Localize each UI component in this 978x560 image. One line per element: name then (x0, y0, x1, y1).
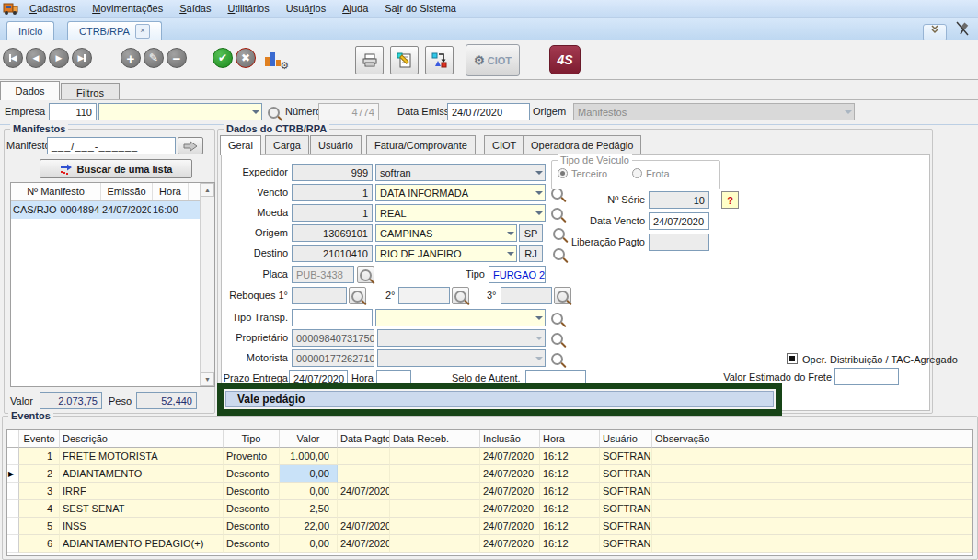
cell-data_receb[interactable] (390, 500, 480, 518)
cell-tipo[interactable]: Provento (224, 448, 280, 465)
unpin-tabs-button[interactable] (955, 21, 970, 39)
cell-usuario[interactable]: SOFTRAN (600, 483, 652, 500)
cell-data_pagto[interactable]: 24/07/2020 (338, 535, 390, 553)
cell-descricao[interactable]: IRRF (60, 483, 224, 500)
cell-inclusao[interactable]: 24/07/2020 (480, 535, 540, 553)
cell-evento[interactable]: 6 (19, 535, 60, 553)
delete-record-button[interactable]: − (167, 48, 187, 68)
cell-evento[interactable]: 4 (19, 500, 60, 518)
manifest-row[interactable]: CAS/RJO-000489424/07/202016:00 (11, 201, 214, 219)
ctrb-tab-3[interactable]: Fatura/Comprovante (366, 135, 476, 154)
reboque1-search-button[interactable] (349, 287, 366, 304)
edit-record-button[interactable]: ✎ (144, 48, 164, 68)
destino-uf-field[interactable]: RJ (519, 245, 543, 262)
motorista-search-icon[interactable] (551, 353, 563, 365)
eventos-col-descricao[interactable]: Descrição (60, 430, 224, 448)
data-emissao-field[interactable]: 24/07/2020 (447, 103, 530, 120)
cell-inclusao[interactable]: 24/07/2020 (480, 518, 540, 535)
moeda-search-icon[interactable] (551, 208, 563, 220)
eventos-row-2[interactable]: ▶2ADIANTAMENTODesconto0,0024/07/202016:1… (7, 465, 972, 483)
cell-data_pagto[interactable]: 24/07/2020 (338, 518, 390, 535)
liberacao-field[interactable] (649, 234, 709, 251)
cell-valor[interactable]: 0,00 (280, 465, 338, 483)
cell-observacao[interactable] (652, 483, 972, 500)
moeda-code-field[interactable]: 1 (292, 204, 373, 222)
chart-button[interactable]: ⚙ (264, 49, 286, 69)
cell-descricao[interactable]: INSS (60, 518, 224, 535)
eventos-row-5[interactable]: 5INSSDesconto22,0024/07/202024/07/202016… (7, 518, 972, 535)
expedidor-code-field[interactable]: 999 (292, 164, 373, 181)
cell-inclusao[interactable]: 24/07/2020 (480, 500, 540, 518)
tipo-veiculo-field[interactable]: FURGAO 2 EIXO (489, 266, 546, 283)
add-record-button[interactable]: + (121, 48, 141, 68)
cell-descricao[interactable]: ADIANTAMENTO (60, 465, 224, 483)
cell-valor[interactable]: 0,00 (280, 483, 338, 500)
open-manifest-button[interactable] (178, 137, 203, 154)
cell-hora[interactable]: 16:12 (540, 535, 600, 553)
cell-valor[interactable]: 0,00 (280, 535, 338, 553)
close-tab-icon[interactable]: × (135, 24, 150, 39)
destino-search-icon[interactable] (553, 248, 565, 260)
cell-evento[interactable]: 3 (19, 483, 60, 500)
eventos-row-6[interactable]: 6ADIANTAMENTO PEDAGIO(+)Desconto0,0024/0… (7, 535, 972, 553)
cell-usuario[interactable]: SOFTRAN (600, 535, 652, 553)
radio-terceiro[interactable] (558, 168, 568, 178)
empresa-code-field[interactable]: 110 (49, 103, 97, 120)
proprietario-combo[interactable] (377, 329, 546, 347)
origem-uf-field[interactable]: SP (519, 224, 543, 242)
ciot-button[interactable]: ⚙ CIOT (466, 44, 520, 76)
cell-observacao[interactable] (652, 465, 972, 483)
cell-data_receb[interactable] (390, 535, 480, 553)
cell-descricao[interactable]: SEST SENAT (60, 500, 224, 518)
ctrb-tab-5[interactable]: Operadora de Pedágio (523, 135, 641, 154)
eventos-col-inclusao[interactable]: Inclusão (480, 430, 540, 448)
cell-valor[interactable]: 22,00 (280, 518, 338, 535)
cell-descricao[interactable]: ADIANTAMENTO PEDAGIO(+) (60, 535, 224, 553)
cell-observacao[interactable] (652, 448, 972, 465)
cell-tipo[interactable]: Desconto (224, 465, 280, 483)
cell-usuario[interactable]: SOFTRAN (600, 465, 652, 483)
cell-usuario[interactable]: SOFTRAN (600, 500, 652, 518)
tipo-transp-code-field[interactable] (292, 309, 373, 326)
tab-list-chevron-button[interactable] (923, 24, 947, 41)
reboque2-search-button[interactable] (452, 287, 469, 304)
cancel-button[interactable]: ✖ (236, 48, 256, 68)
cell-hora[interactable]: 16:12 (540, 465, 600, 483)
ctrb-tab-1[interactable]: Carga (265, 135, 309, 154)
cell-usuario[interactable]: SOFTRAN (600, 448, 652, 465)
empresa-name-combo[interactable] (98, 103, 262, 120)
cell-hora[interactable]: 16:12 (540, 448, 600, 465)
origem-combo[interactable]: Manifestos (573, 103, 855, 120)
tab-dados[interactable]: Dados (0, 81, 60, 100)
last-record-button[interactable]: ▶ (72, 48, 92, 68)
menu-item-4[interactable]: Usuários (278, 0, 334, 17)
help-button[interactable]: ? (721, 191, 739, 209)
cell-data_pagto[interactable] (338, 465, 390, 483)
cell-hora[interactable]: 16:12 (540, 518, 600, 535)
eventos-row-3[interactable]: 3IRRFDesconto0,0024/07/202024/07/202016:… (7, 483, 972, 500)
tab-filtros[interactable]: Filtros (61, 83, 120, 99)
eventos-col-tipo[interactable]: Tipo (224, 430, 280, 448)
softran-logo-button[interactable]: 4S (549, 45, 581, 74)
cell-data_receb[interactable] (390, 448, 480, 465)
eventos-row-4[interactable]: 4SEST SENATDesconto2,5024/07/202016:12SO… (7, 500, 972, 518)
cell-usuario[interactable]: SOFTRAN (600, 518, 652, 535)
scroll-up-icon[interactable]: ▲ (201, 183, 214, 197)
eventos-col-hora[interactable]: Hora (540, 430, 600, 448)
manifest-scrollbar[interactable]: ▲ ▼ (200, 183, 214, 386)
ctrb-tab-0[interactable]: Geral (220, 135, 261, 155)
cell-data_pagto[interactable] (338, 500, 390, 518)
cell-valor[interactable]: 2,50 (280, 500, 338, 518)
cell-hora[interactable]: 16:12 (540, 500, 600, 518)
empresa-search-icon[interactable] (268, 107, 280, 119)
cell-observacao[interactable] (652, 535, 972, 553)
cell-evento[interactable]: 2 (19, 465, 60, 483)
nserie-field[interactable]: 10 (649, 191, 709, 209)
placa-field[interactable]: PUB-3438 (292, 266, 354, 283)
numero-field[interactable]: 4774 (318, 103, 379, 120)
cell-valor[interactable]: 1.000,00 (280, 448, 338, 465)
tipo-transp-combo[interactable] (375, 309, 546, 326)
reboque3-search-button[interactable] (554, 287, 571, 304)
valor-estimado-field[interactable] (834, 368, 899, 385)
tipo-transp-search-icon[interactable] (551, 313, 563, 325)
